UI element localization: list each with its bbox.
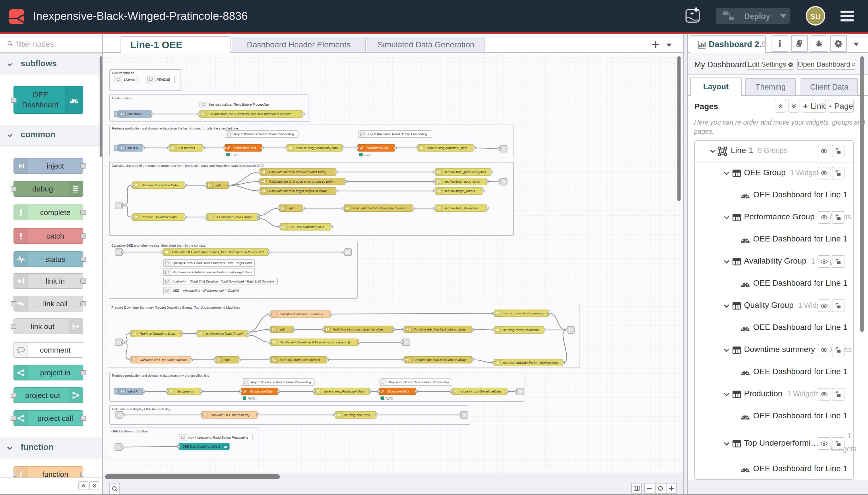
svg-text:Calculate the total good units: Calculate the total good units produced …: [269, 180, 335, 183]
svg-text:Retrieve Production Data: Retrieve Production Data: [141, 184, 178, 187]
svg-text:Set params: Set params: [176, 390, 193, 393]
svg-text:Prepare Downtime Summary, Rece: Prepare Downtime Summary, Recent Downtim…: [111, 306, 240, 309]
svg-text:split: split: [224, 358, 230, 361]
svg-text:Key Instructions: Read Before: Key Instructions: Read Before Proceeding: [188, 436, 248, 439]
svg-text:OEE = (Availability) * (Perfor: OEE = (Availability) * (Performance) * (…: [173, 289, 239, 292]
svg-text:split: split: [289, 206, 295, 210]
svg-text:Calculate the total target out: Calculate the total target output of tod…: [269, 189, 327, 193]
svg-text:Calculate the total downtime d: Calculate the total downtime duration: [353, 206, 406, 210]
svg-text:Sort data from most recent to: Sort data from most recent to oldest: [333, 328, 385, 331]
svg-text:Availavity = (Total Shift Dura: Availavity = (Total Shift Duration - Tot…: [172, 280, 274, 283]
svg-text:set flow.target_output: set flow.target_output: [444, 189, 475, 193]
svg-text:Key Instructions: Read Before: Key Instructions: Read Before Proceeding: [367, 132, 428, 136]
svg-text:ProductionData: ProductionData: [250, 390, 273, 393]
svg-text:Combine the data back into an: Combine the data back into an array.: [413, 328, 466, 331]
svg-text:set msg.oeeTrend: set msg.oeeTrend: [344, 413, 370, 416]
svg-text:OEE Dashboard Subflow: OEE Dashboard Subflow: [111, 429, 149, 433]
svg-text:Is Downtime Data Empty?: Is Downtime Data Empty?: [215, 215, 253, 219]
svg-text:Set and store the current line: Set and store the current line and shift…: [208, 112, 292, 116]
svg-text:Key Instructions: Read Before: Key Instructions: Read Before Proceeding: [251, 380, 311, 384]
svg-text:set flow.total_produced_units: set flow.total_produced_units: [444, 170, 486, 174]
svg-text:inject ↻: inject ↻: [127, 146, 139, 150]
svg-text:Sort OEE from worst to best: Sort OEE from worst to best: [280, 358, 320, 361]
svg-text:Retrieve production and downti: Retrieve production and downtime data fr…: [112, 126, 239, 130]
svg-text:set msg.downtimeSummery: set msg.downtimeSummery: [503, 311, 543, 315]
svg-text:store in msg.downtime_data: store in msg.downtime_data: [427, 146, 467, 150]
svg-text:set flow.total_good_units: set flow.total_good_units: [444, 180, 480, 183]
svg-text:split: split: [280, 328, 285, 331]
svg-text:Is Downtime Data Empty?: Is Downtime Data Empty?: [206, 332, 244, 335]
svg-text:store in msg.production_data: store in msg.production_data: [296, 146, 338, 150]
svg-text:split: split: [215, 184, 222, 187]
svg-text:calculate OEE for each day: calculate OEE for each day: [211, 413, 250, 416]
svg-text:RWC: RWC: [385, 397, 393, 400]
svg-text:DowntimeData: DowntimeData: [367, 146, 388, 150]
svg-text:Calculate the total produced u: Calculate the total produced units today: [269, 170, 326, 174]
svg-text:OEE Dashboard for Line 1: OEE Dashboard for Line 1: [182, 445, 221, 448]
svg-text:store in msg.DowntimeData: store in msg.DowntimeData: [461, 390, 501, 393]
svg-text:Calculate Downtime Summery: Calculate Downtime Summery: [280, 312, 324, 316]
svg-text:store in msg.ProductionData: store in msg.ProductionData: [324, 390, 365, 393]
svg-text:Calculate OEE and other metric: Calculate OEE and other metrics, then st…: [172, 250, 265, 254]
svg-text:su: su: [811, 11, 820, 21]
svg-text:Set params: Set params: [178, 146, 195, 150]
svg-text:Calculate OEE for each machine: Calculate OEE for each machine: [140, 358, 187, 361]
svg-text:Calculate the total of the req: Calculate the total of the required prop…: [112, 164, 264, 167]
svg-text:License: License: [124, 78, 135, 81]
svg-text:timestamp ¹: timestamp ¹: [127, 112, 144, 116]
svg-text:set msg.recentDowntime: set msg.recentDowntime: [503, 328, 539, 331]
svg-text:Set Recent Downtime & Downtime: Set Recent Downtime & Downtime summery t…: [280, 341, 350, 344]
svg-text:Retrieve Downtime Data: Retrieve Downtime Data: [141, 215, 176, 219]
svg-text:Calculate OEE and other metric: Calculate OEE and other metrics, then st…: [111, 244, 206, 247]
svg-text:Deploy: Deploy: [744, 12, 770, 21]
svg-text:Documentation: Documentation: [112, 71, 134, 75]
svg-text:Set Total Downtime to 0: Set Total Downtime to 0: [289, 225, 324, 228]
svg-text:Configuration: Configuration: [112, 97, 132, 100]
svg-text:Performance = Total Produced U: Performance = Total Produced Units / Tot…: [173, 271, 252, 274]
svg-text:RWC: RWC: [364, 153, 372, 157]
svg-text:Calculate and display OEE for: Calculate and display OEE for each day.: [112, 407, 171, 411]
svg-text:RWC: RWC: [248, 397, 255, 400]
svg-text:README: README: [156, 78, 170, 81]
svg-text:Quality = Total Good Units Pro: Quality = Total Good Units Produced / To…: [173, 261, 252, 265]
svg-text:Combine the data back into an: Combine the data back into an array.: [413, 358, 466, 361]
svg-text:Key Instructions: Read Before: Key Instructions: Read Before Proceeding: [209, 103, 269, 106]
svg-text:DowntimeData: DowntimeData: [388, 390, 409, 393]
svg-text:Inexpensive-Black-Winged-Prati: Inexpensive-Black-Winged-Pratincole-8836: [33, 10, 248, 22]
svg-text:set flow.total_downtime: set flow.total_downtime: [444, 206, 478, 210]
svg-text:Key Instructions: Read Before: Key Instructions: Read Before Proceeding: [234, 132, 294, 136]
svg-text:ProductionData: ProductionData: [234, 146, 256, 150]
svg-text:Retrieve production and downti: Retrieve production and downtime data fr…: [112, 374, 210, 377]
svg-text:set msg.topUnderPerformingMach: set msg.topUnderPerformingMachines: [503, 361, 559, 364]
svg-text:Retrieve Downtime Data: Retrieve Downtime Data: [140, 332, 175, 335]
svg-text:RWC: RWC: [231, 153, 239, 157]
svg-text:inject ↻: inject ↻: [127, 390, 139, 393]
svg-text:Key Instructions: Read Before: Key Instructions: Read Before Proceeding: [389, 380, 449, 384]
